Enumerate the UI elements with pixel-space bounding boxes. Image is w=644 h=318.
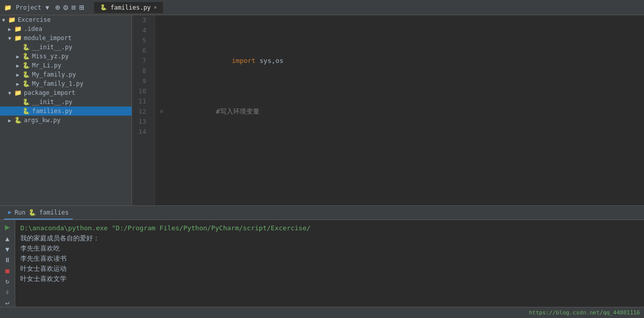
wrap-button[interactable]: ↵	[2, 299, 13, 306]
module-import-label: module_import	[24, 34, 72, 42]
run-script-icon: 🐍	[28, 209, 36, 216]
run-tab-bar: ▶ Run 🐍 families	[0, 206, 644, 220]
line-num-14: 14	[132, 127, 150, 137]
code-text-3: import sys,os	[168, 46, 283, 76]
package-import-label: package_import	[24, 89, 75, 96]
tab-label: families.py	[110, 4, 150, 11]
project-label-area: 📁 Project ▼	[4, 4, 49, 11]
idea-arrow: ▶	[8, 26, 14, 32]
output-line-3: 李先生喜欢读书	[20, 254, 639, 264]
sidebar-item-args-kw[interactable]: ▶ 🐍 args_kw.py	[0, 116, 132, 125]
sidebar-item-idea[interactable]: ▶ 📁 .idea	[0, 24, 132, 33]
code-text-4: #写入环境变量	[168, 96, 260, 127]
root-arrow: ▼	[2, 17, 8, 23]
sidebar-root[interactable]: ▼ 📁 Excercise	[0, 15, 132, 24]
run-tab-icon: ▶	[8, 209, 12, 216]
sidebar-item-miss-yz[interactable]: ▶ 🐍 Miss_yz.py	[0, 52, 132, 61]
sidebar-item-init2[interactable]: 🐍 __init__.py	[0, 97, 132, 107]
sidebar-item-families[interactable]: 🐍 families.py	[0, 107, 132, 116]
line-num-10: 10	[132, 86, 150, 96]
rerun-button[interactable]: ↻	[2, 277, 13, 285]
sidebar-item-module-import[interactable]: ▼ 📁 module_import	[0, 33, 132, 43]
module-import-folder-icon: 📁	[14, 34, 22, 42]
line-num-6: 6	[132, 46, 150, 56]
output-line-5: 叶女士喜欢文学	[20, 274, 639, 284]
init2-file-icon: 🐍	[22, 98, 30, 105]
layout-icon[interactable]: ≡	[71, 3, 76, 12]
args-kw-arrow: ▶	[8, 118, 14, 123]
play-button[interactable]: ▶	[2, 222, 13, 232]
top-bar: 📁 Project ▼ ⊕ ⚙ ≡ ⊞ 🐍 families.py ×	[0, 0, 644, 15]
dropdown-arrow[interactable]: ▼	[46, 4, 49, 11]
line-num-3: 3	[132, 15, 150, 25]
package-import-arrow: ▼	[8, 90, 14, 96]
line-num-9: 9	[132, 76, 150, 86]
code-text-6: #找到导入包的父级目录，并插入查询列表中	[168, 198, 345, 205]
scroll-up-button[interactable]: ▲	[2, 235, 13, 242]
code-line-3: import sys,os	[160, 56, 639, 66]
my-family-label: My_family.py	[32, 71, 76, 78]
line-num-7: 7	[132, 56, 150, 66]
comment-4: #写入环境变量	[216, 108, 260, 115]
line-num-11: 11	[132, 96, 150, 107]
run-controls: ▶ ▲ ▼ ⏸ ■ ↻ ⇩ ↵	[0, 220, 15, 307]
output-line-1: 我的家庭成员各自的爱好：	[20, 233, 639, 243]
line-num-13: 13	[132, 117, 150, 127]
miss-yz-file-icon: 🐍	[22, 53, 30, 60]
gutter-4: ⊖	[160, 107, 168, 117]
sidebar-item-init1[interactable]: 🐍 __init__.py	[0, 43, 132, 52]
mr-li-arrow: ▶	[16, 63, 22, 68]
stop-button[interactable]: ■	[2, 267, 13, 274]
idea-label: .idea	[24, 25, 42, 32]
status-bar: https://blog.csdn.net/qq_44801116	[0, 307, 644, 318]
status-link[interactable]: https://blog.csdn.net/qq_44801116	[529, 309, 640, 316]
my-family1-file-icon: 🐍	[22, 80, 30, 87]
split-icon[interactable]: ⊞	[79, 3, 84, 12]
line-num-12: 12	[132, 107, 150, 117]
code-container: 3 4 5 6 7 8 9 10 11 12 13 14 impo	[132, 15, 644, 205]
tab-close-button[interactable]: ×	[154, 5, 157, 10]
code-keyword-import3: import	[232, 57, 255, 64]
run-output: D:\anaconda\python.exe "D:/Program Files…	[15, 220, 644, 307]
my-family-arrow: ▶	[16, 72, 22, 78]
project-label: Project	[16, 4, 42, 11]
root-folder-icon: 📁	[8, 16, 16, 23]
mr-li-label: Mr_Li.py	[32, 62, 61, 69]
line-num-4: 4	[132, 25, 150, 36]
sidebar-item-my-family1[interactable]: ▶ 🐍 My_family_1.py	[0, 79, 132, 88]
run-panel-content: ▶ ▲ ▼ ⏸ ■ ↻ ⇩ ↵ D:\anaconda\python.exe "…	[0, 220, 644, 307]
code-span: sys,os	[255, 57, 283, 64]
output-line-4: 叶女士喜欢运动	[20, 264, 639, 274]
add-icon[interactable]: ⊕	[55, 3, 60, 12]
scroll-lock-button[interactable]: ⇩	[2, 288, 13, 296]
line-num-5: 5	[132, 36, 150, 46]
families-label: families.py	[32, 108, 72, 115]
root-label: Excercise	[18, 16, 51, 23]
package-import-folder-icon: 📁	[14, 89, 22, 96]
code-span	[216, 57, 232, 64]
code-line-4: ⊖ #写入环境变量	[160, 107, 639, 117]
output-line-0: D:\anaconda\python.exe "D:/Program Files…	[20, 223, 639, 233]
code-lines[interactable]: import sys,os ⊖ #写入环境变量 ⊖	[155, 15, 644, 205]
args-kw-label: args_kw.py	[24, 117, 60, 124]
tab-file-icon: 🐍	[100, 4, 107, 11]
miss-yz-arrow: ▶	[16, 54, 22, 59]
run-script-label: families	[39, 209, 69, 216]
scroll-down-button[interactable]: ▼	[2, 245, 13, 253]
sidebar-item-mr-li[interactable]: ▶ 🐍 Mr_Li.py	[0, 61, 132, 70]
tab-bar: 🐍 families.py ×	[94, 2, 164, 13]
editor-area[interactable]: 3 4 5 6 7 8 9 10 11 12 13 14 impo	[132, 15, 644, 205]
settings-icon[interactable]: ⚙	[63, 3, 68, 12]
mr-li-file-icon: 🐍	[22, 62, 30, 69]
output-line-2: 李先生喜欢吃	[20, 243, 639, 254]
sidebar-item-package-import[interactable]: ▼ 📁 package_import	[0, 88, 132, 97]
active-tab[interactable]: 🐍 families.py ×	[94, 2, 164, 13]
run-tab[interactable]: ▶ Run 🐍 families	[4, 206, 73, 220]
line-num-8: 8	[132, 66, 150, 76]
pause-button[interactable]: ⏸	[2, 256, 13, 264]
module-import-arrow: ▼	[8, 36, 14, 41]
init1-file-icon: 🐍	[22, 44, 30, 51]
sidebar-item-my-family[interactable]: ▶ 🐍 My_family.py	[0, 70, 132, 79]
line-numbers: 3 4 5 6 7 8 9 10 11 12 13 14	[132, 15, 155, 205]
run-tab-label: Run	[15, 209, 26, 216]
